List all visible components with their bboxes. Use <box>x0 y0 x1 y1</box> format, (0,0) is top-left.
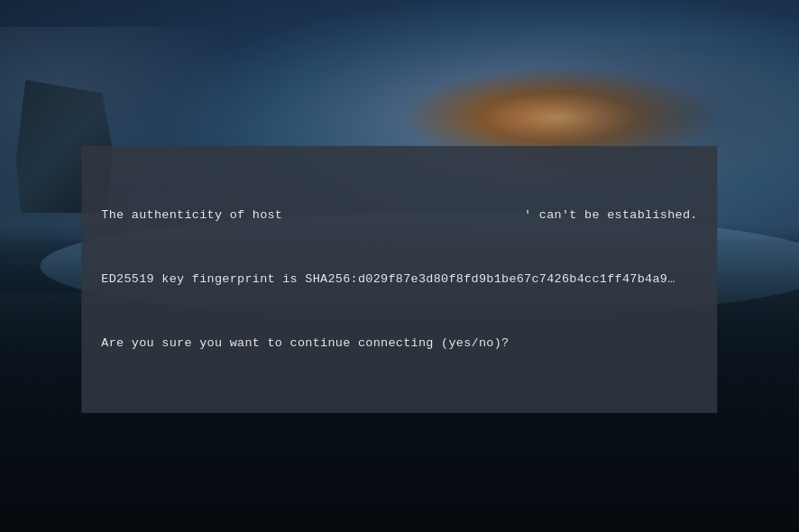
ssh-authenticity-dialog: The authenticity of host ' can't be esta… <box>81 146 717 413</box>
terminal-content: The authenticity of host ' can't be esta… <box>101 187 697 392</box>
terminal-line-2: ED25519 key fingerprint is SHA256:d029f8… <box>101 269 697 290</box>
terminal-line-3: Are you sure you want to continue connec… <box>101 333 697 354</box>
terminal-line-1: The authenticity of host ' can't be esta… <box>101 205 697 226</box>
